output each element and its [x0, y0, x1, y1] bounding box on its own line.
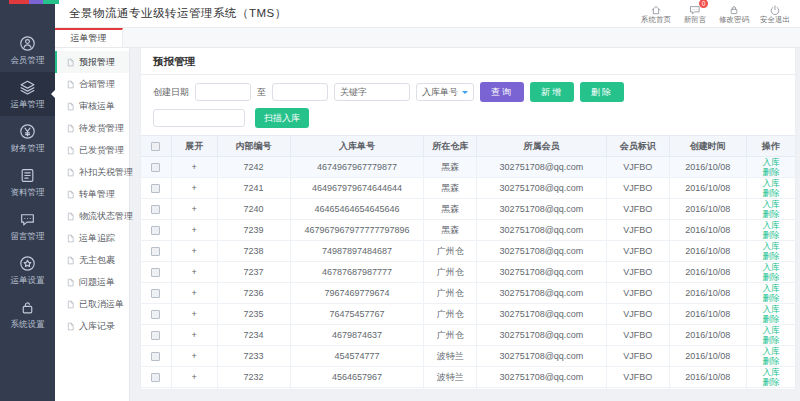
sidebar-item-4[interactable]: 留言管理 [0, 204, 55, 248]
search-button[interactable]: 查询 [480, 82, 524, 102]
select-all-checkbox[interactable] [151, 142, 160, 151]
delete-link[interactable]: 删除 [747, 314, 795, 324]
inbound-link[interactable]: 入库 [747, 220, 795, 230]
delete-link[interactable]: 删除 [747, 335, 795, 345]
topbar-action-label: 系统首页 [641, 15, 671, 25]
menu-item-3[interactable]: 待发货管理 [55, 117, 129, 139]
menu-item-2[interactable]: 审核运单 [55, 95, 129, 117]
waybill-icon [19, 79, 36, 96]
inbound-link[interactable]: 入库 [747, 283, 795, 293]
sidebar-item-1[interactable]: 运单管理 [0, 72, 55, 116]
menu-item-10[interactable]: 问题运单 [55, 271, 129, 293]
row-checkbox[interactable] [151, 373, 160, 382]
warehouse-cell: 波特兰 [424, 367, 477, 388]
add-button[interactable]: 新增 [530, 82, 574, 102]
inbound-link[interactable]: 入库 [747, 241, 795, 251]
member-cell: 302751708@qq.com [477, 388, 607, 390]
expand-toggle[interactable]: + [192, 309, 197, 319]
chevron-down-icon [462, 91, 468, 97]
delete-link[interactable]: 删除 [747, 209, 795, 219]
sidebar-item-label: 系统设置 [11, 319, 45, 331]
menu-item-0[interactable]: 预报管理 [55, 51, 129, 73]
row-checkbox[interactable] [151, 205, 160, 214]
inbound-link[interactable]: 入库 [747, 388, 795, 389]
table-row: +72311465464674波特兰302751708@qq.comVJFBO2… [141, 388, 795, 390]
topbar-action-1[interactable]: 0新留言 [682, 2, 708, 25]
scan-input[interactable] [153, 109, 245, 127]
delete-link[interactable]: 删除 [747, 356, 795, 366]
logo-color-block [9, 0, 29, 4]
expand-toggle[interactable]: + [192, 225, 197, 235]
sidebar-item-3[interactable]: 资料管理 [0, 160, 55, 204]
doc-icon [66, 124, 75, 133]
search-type-select[interactable]: 入库单号 [416, 83, 474, 101]
delete-link[interactable]: 删除 [747, 251, 795, 261]
topbar-action-0[interactable]: 系统首页 [641, 2, 671, 25]
table-row: +72367967469779674广州仓302751708@qq.comVJF… [141, 283, 795, 304]
expand-toggle[interactable]: + [192, 372, 197, 382]
inbound-link[interactable]: 入库 [747, 304, 795, 314]
tab-waybill-management[interactable]: 运单管理 [55, 28, 123, 47]
table-row: +723576475457767广州仓302751708@qq.comVJFBO… [141, 304, 795, 325]
row-checkbox[interactable] [151, 184, 160, 193]
row-checkbox[interactable] [151, 310, 160, 319]
expand-toggle[interactable]: + [192, 246, 197, 256]
expand-toggle[interactable]: + [192, 330, 197, 340]
sidebar-item-6[interactable]: 系统设置 [0, 292, 55, 336]
keyword-input[interactable] [334, 83, 410, 101]
delete-button[interactable]: 删除 [580, 82, 624, 102]
sidebar-item-0[interactable]: 会员管理 [0, 28, 55, 72]
inbound-link[interactable]: 入库 [747, 262, 795, 272]
inbound-link[interactable]: 入库 [747, 199, 795, 209]
internal-no-cell: 7235 [217, 304, 290, 325]
inbound-link[interactable]: 入库 [747, 367, 795, 377]
inbound-link[interactable]: 入库 [747, 178, 795, 188]
doc-icon [66, 146, 75, 155]
expand-toggle[interactable]: + [192, 183, 197, 193]
topbar-action-2[interactable]: 修改密码 [719, 2, 749, 25]
expand-toggle[interactable]: + [192, 351, 197, 361]
menu-item-5[interactable]: 补扣关税管理 [55, 161, 129, 183]
sidebar-item-5[interactable]: 运单设置 [0, 248, 55, 292]
column-header-2: 入库单号 [290, 136, 424, 157]
sidebar-item-2[interactable]: 财务管理 [0, 116, 55, 160]
row-checkbox[interactable] [151, 289, 160, 298]
row-checkbox[interactable] [151, 247, 160, 256]
lock-icon [728, 2, 740, 14]
inbound-link[interactable]: 入库 [747, 346, 795, 356]
delete-link[interactable]: 删除 [747, 377, 795, 387]
scan-inbound-button[interactable]: 扫描入库 [255, 108, 309, 128]
menu-item-12[interactable]: 入库记录 [55, 315, 129, 337]
row-checkbox[interactable] [151, 163, 160, 172]
delete-link[interactable]: 删除 [747, 167, 795, 177]
delete-link[interactable]: 删除 [747, 230, 795, 240]
expand-toggle[interactable]: + [192, 267, 197, 277]
menu-item-8[interactable]: 运单追踪 [55, 227, 129, 249]
expand-toggle[interactable]: + [192, 204, 197, 214]
expand-toggle[interactable]: + [192, 288, 197, 298]
topbar-action-3[interactable]: 安全退出 [760, 2, 790, 25]
row-checkbox[interactable] [151, 331, 160, 340]
entry-no-cell: 74987897484687 [290, 241, 424, 262]
expand-toggle[interactable]: + [192, 162, 197, 172]
row-checkbox[interactable] [151, 226, 160, 235]
menu-item-4[interactable]: 已发货管理 [55, 139, 129, 161]
delete-link[interactable]: 删除 [747, 293, 795, 303]
delete-link[interactable]: 删除 [747, 272, 795, 282]
date-from-input[interactable] [195, 83, 251, 101]
menu-item-6[interactable]: 转单管理 [55, 183, 129, 205]
warehouse-cell: 广州仓 [424, 325, 477, 346]
delete-link[interactable]: 删除 [747, 188, 795, 198]
actions-cell: 入库删除 [746, 325, 795, 346]
row-checkbox[interactable] [151, 352, 160, 361]
date-to-input[interactable] [272, 83, 328, 101]
created-cell: 2016/10/08 [669, 325, 746, 346]
row-checkbox[interactable] [151, 268, 160, 277]
created-cell: 2016/10/08 [669, 241, 746, 262]
menu-item-1[interactable]: 合箱管理 [55, 73, 129, 95]
menu-item-11[interactable]: 已取消运单 [55, 293, 129, 315]
inbound-link[interactable]: 入库 [747, 325, 795, 335]
menu-item-9[interactable]: 无主包裹 [55, 249, 129, 271]
menu-item-7[interactable]: 物流状态管理 [55, 205, 129, 227]
inbound-link[interactable]: 入库 [747, 157, 795, 167]
